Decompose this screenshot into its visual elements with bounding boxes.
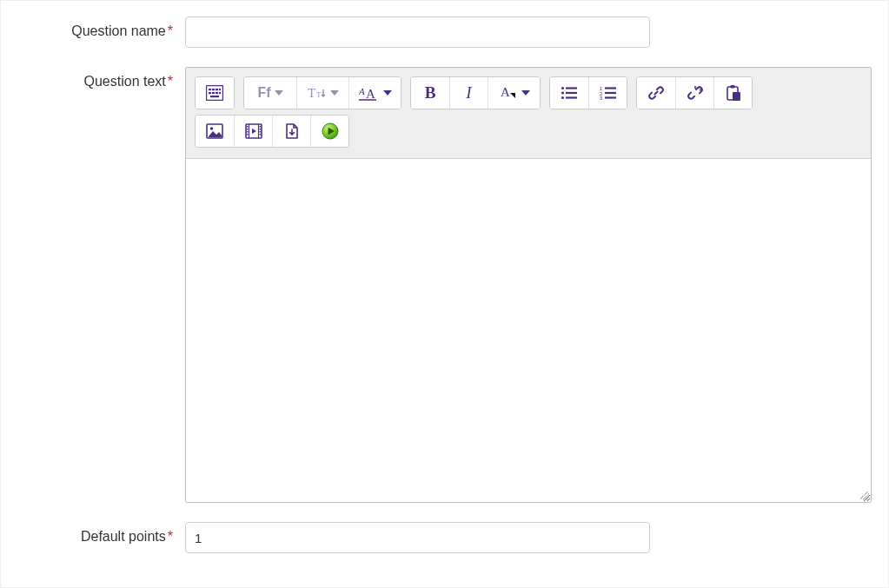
- bold-button[interactable]: B: [411, 77, 449, 109]
- field-default-points: [185, 522, 878, 553]
- toolbar-toggle-button[interactable]: [196, 77, 234, 109]
- paste-button[interactable]: [713, 77, 752, 109]
- svg-rect-33: [730, 85, 734, 89]
- image-icon: [206, 123, 223, 139]
- row-default-points: Default points*: [11, 522, 878, 553]
- record-button[interactable]: [310, 116, 348, 147]
- svg-rect-45: [259, 129, 261, 130]
- label-question-text: Question text*: [11, 67, 185, 89]
- unordered-list-icon: [561, 86, 578, 100]
- toolbar-row-1: Ff T T: [195, 76, 862, 109]
- svg-rect-43: [247, 134, 249, 135]
- svg-point-36: [210, 127, 214, 130]
- field-question-text: Ff T T: [185, 67, 878, 503]
- svg-rect-44: [259, 126, 261, 128]
- svg-marker-16: [510, 93, 515, 98]
- svg-rect-22: [566, 96, 577, 98]
- default-points-input[interactable]: [185, 522, 650, 553]
- font-size-button[interactable]: T T: [296, 77, 348, 109]
- label-question-text-text: Question text: [83, 74, 165, 89]
- svg-rect-47: [259, 134, 261, 135]
- svg-rect-5: [209, 92, 211, 94]
- record-icon: [321, 122, 340, 141]
- chevron-down-icon: [383, 90, 392, 96]
- svg-text:A: A: [359, 86, 365, 96]
- ordered-list-button[interactable]: 1 2 3: [588, 77, 627, 109]
- unlink-button[interactable]: [675, 77, 713, 109]
- svg-rect-34: [733, 92, 740, 101]
- svg-rect-40: [247, 126, 249, 128]
- font-size-icon: T T: [308, 85, 327, 101]
- row-question-text: Question text*: [11, 67, 878, 503]
- italic-icon: I: [466, 83, 471, 102]
- label-question-name: Question name*: [11, 17, 185, 39]
- file-button[interactable]: [272, 116, 310, 147]
- editor-toolbar: Ff T T: [186, 68, 871, 159]
- svg-text:A: A: [366, 87, 375, 101]
- link-icon: [647, 84, 665, 102]
- bold-icon: B: [425, 83, 436, 102]
- svg-line-31: [700, 89, 702, 90]
- svg-point-21: [561, 96, 564, 99]
- toolbar-toggle-icon: [206, 85, 223, 101]
- svg-point-17: [561, 87, 564, 89]
- question-form: Question name* Question text*: [0, 0, 889, 588]
- rich-text-editor: Ff T T: [185, 67, 872, 503]
- file-icon: [284, 122, 300, 140]
- video-button[interactable]: [234, 116, 272, 147]
- chevron-down-icon: [330, 90, 339, 96]
- question-name-input[interactable]: [185, 17, 650, 48]
- svg-rect-18: [566, 87, 577, 89]
- group-toggle: [195, 76, 235, 109]
- font-family-button[interactable]: Ff: [244, 77, 296, 109]
- svg-rect-41: [247, 129, 249, 130]
- svg-marker-48: [252, 129, 256, 134]
- font-family-icon: Ff: [257, 85, 270, 101]
- font-style-icon: A A: [359, 85, 380, 101]
- label-question-name-text: Question name: [71, 23, 166, 38]
- svg-text:T: T: [316, 90, 322, 99]
- ordered-list-icon: 1 2 3: [600, 86, 617, 100]
- required-marker: *: [168, 23, 173, 38]
- required-marker: *: [168, 74, 173, 89]
- image-button[interactable]: [196, 116, 234, 147]
- group-font: Ff T T: [243, 76, 401, 109]
- unordered-list-button[interactable]: [550, 77, 588, 109]
- label-default-points-text: Default points: [81, 529, 166, 544]
- svg-rect-4: [219, 89, 221, 90]
- svg-rect-28: [605, 96, 616, 98]
- svg-point-19: [561, 91, 564, 94]
- svg-rect-6: [212, 92, 215, 94]
- row-question-name: Question name*: [11, 17, 878, 48]
- link-button[interactable]: [637, 77, 675, 109]
- video-icon: [245, 123, 262, 139]
- paste-icon: [726, 84, 741, 102]
- unlink-icon: [687, 84, 704, 102]
- svg-rect-24: [605, 87, 616, 89]
- field-question-name: [185, 17, 878, 48]
- font-style-button[interactable]: A A: [348, 77, 401, 109]
- toolbar-row-2: [195, 115, 862, 148]
- label-default-points: Default points*: [11, 522, 185, 545]
- required-marker: *: [168, 529, 173, 544]
- font-color-icon: A: [499, 84, 518, 102]
- group-link: [636, 76, 753, 109]
- group-media: [195, 115, 349, 148]
- svg-text:T: T: [308, 86, 315, 100]
- chevron-down-icon: [275, 90, 283, 96]
- svg-rect-46: [259, 131, 261, 133]
- svg-rect-3: [216, 89, 218, 90]
- svg-rect-9: [210, 96, 219, 97]
- svg-text:A: A: [501, 85, 510, 99]
- svg-text:3: 3: [600, 96, 602, 100]
- chevron-down-icon: [521, 90, 530, 96]
- font-color-button[interactable]: A: [488, 77, 540, 109]
- svg-rect-26: [605, 92, 616, 94]
- svg-rect-7: [216, 92, 218, 94]
- group-lists: 1 2 3: [549, 76, 627, 109]
- svg-rect-1: [209, 89, 211, 90]
- svg-rect-2: [212, 89, 215, 90]
- question-text-editor[interactable]: [186, 159, 871, 502]
- italic-button[interactable]: I: [449, 77, 488, 109]
- svg-rect-42: [247, 131, 249, 133]
